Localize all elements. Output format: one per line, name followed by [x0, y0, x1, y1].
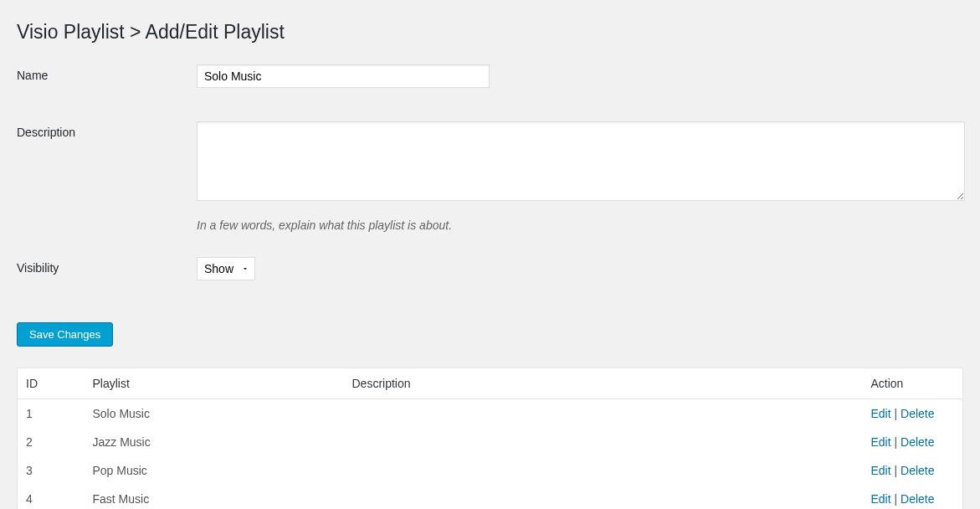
- edit-link[interactable]: Edit: [871, 407, 891, 420]
- cell-id: 3: [18, 456, 85, 485]
- description-label: Description: [17, 121, 197, 139]
- cell-id: 4: [18, 485, 85, 509]
- table-row: 1 Solo Music Edit | Delete: [18, 399, 963, 429]
- cell-playlist: Jazz Music: [85, 428, 344, 456]
- delete-link[interactable]: Delete: [900, 435, 934, 449]
- cell-playlist: Solo Music: [85, 399, 344, 429]
- edit-link[interactable]: Edit: [871, 435, 891, 449]
- cell-playlist: Pop Music: [85, 456, 344, 485]
- cell-action: Edit | Delete: [863, 428, 963, 456]
- cell-id: 2: [18, 428, 85, 456]
- action-separator: |: [891, 407, 900, 420]
- delete-link[interactable]: Delete: [900, 464, 934, 477]
- description-help-text: In a few words, explain what this playli…: [197, 219, 965, 232]
- action-separator: |: [891, 435, 900, 449]
- delete-link[interactable]: Delete: [900, 407, 934, 420]
- table-row: 4 Fast Music Edit | Delete: [18, 485, 963, 509]
- cell-action: Edit | Delete: [863, 399, 963, 429]
- table-row: 3 Pop Music Edit | Delete: [18, 456, 963, 485]
- cell-action: Edit | Delete: [863, 456, 963, 485]
- edit-link[interactable]: Edit: [871, 492, 891, 506]
- col-id: ID: [18, 368, 85, 399]
- edit-link[interactable]: Edit: [871, 464, 891, 477]
- col-playlist: Playlist: [85, 368, 344, 399]
- cell-action: Edit | Delete: [863, 485, 963, 509]
- cell-description: [344, 399, 863, 429]
- description-textarea[interactable]: [197, 121, 965, 201]
- save-changes-button[interactable]: Save Changes: [17, 322, 113, 347]
- playlist-table: ID Playlist Description Action 1 Solo Mu…: [17, 368, 963, 509]
- visibility-select[interactable]: Show: [197, 257, 255, 280]
- col-description: Description: [344, 368, 863, 399]
- cell-description: [344, 485, 863, 509]
- table-row: 2 Jazz Music Edit | Delete: [18, 428, 963, 456]
- col-action: Action: [863, 368, 963, 399]
- cell-id: 1: [18, 399, 85, 429]
- delete-link[interactable]: Delete: [900, 492, 934, 506]
- action-separator: |: [891, 492, 900, 506]
- visibility-label: Visibility: [17, 257, 197, 275]
- cell-playlist: Fast Music: [85, 485, 344, 509]
- action-separator: |: [891, 464, 900, 477]
- cell-description: [344, 456, 863, 485]
- name-input[interactable]: [197, 64, 490, 88]
- page-title: Visio Playlist > Add/Edit Playlist: [17, 21, 963, 44]
- cell-description: [344, 428, 863, 456]
- name-label: Name: [17, 64, 197, 82]
